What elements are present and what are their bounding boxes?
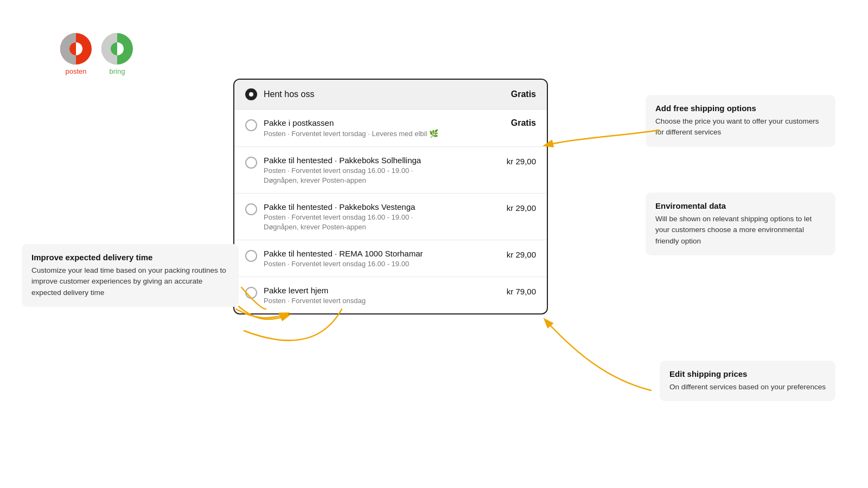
shipping-row[interactable]: Pakke til hentested · REMA 1000 Storhama… [234, 240, 547, 277]
shipping-row[interactable]: Pakke til hentested · Pakkeboks Vestenga… [234, 194, 547, 240]
callout-free-shipping-text: Choose the price you want to offer your … [655, 116, 826, 138]
callout-delivery-time: Improve expected delivery time Customize… [22, 244, 239, 307]
shipping-row[interactable]: Pakke levert hjem Posten · Forventet lev… [234, 277, 547, 313]
shipping-widget: Hent hos oss Gratis Pakke i postkassen P… [233, 79, 548, 314]
eco-icon: 🌿 [429, 129, 438, 138]
row-price: Gratis [511, 118, 536, 128]
callout-delivery-text: Customize your lead time based on your p… [31, 265, 229, 298]
callout-edit-prices: Edit shipping prices On different servic… [660, 361, 835, 401]
row-subtitle: Posten · Forventet levert onsdag 16.00 -… [264, 213, 415, 221]
bring-label: bring [110, 67, 125, 75]
row-content: Pakke i postkassen Posten · Forventet le… [264, 118, 438, 138]
row-price: kr 29,00 [507, 203, 536, 213]
selected-row-title: Hent hos oss [264, 89, 314, 99]
radio-empty-icon [245, 287, 257, 299]
posten-logo: posten [60, 33, 92, 75]
row-content: Pakke til hentested · Pakkeboks Vestenga… [264, 202, 415, 231]
selected-shipping-row[interactable]: Hent hos oss Gratis [234, 80, 547, 110]
row-subtitle: Posten · Forventet levert onsdag 16.00 -… [264, 260, 423, 268]
row-subtitle: Posten · Forventet levert onsdag 16.00 -… [264, 166, 421, 175]
radio-empty-icon [245, 250, 257, 262]
row-title: Pakke til hentested · Pakkeboks Vestenga [264, 202, 415, 211]
bring-logo: bring [101, 33, 133, 75]
radio-selected-icon [245, 88, 257, 100]
callout-edit-prices-text: On different services based on your pref… [669, 382, 826, 393]
row-subtitle-2: Døgnåpen, krever Posten-appen [264, 223, 415, 231]
shipping-row[interactable]: Pakke til hentested · Pakkeboks Solhelli… [234, 147, 547, 194]
callout-delivery-title: Improve expected delivery time [31, 253, 229, 262]
row-title: Pakke til hentested · Pakkeboks Solhelli… [264, 156, 421, 165]
row-subtitle-2: Døgnåpen, krever Posten-appen [264, 176, 421, 184]
callout-edit-prices-title: Edit shipping prices [669, 369, 826, 378]
callout-environmental: Enviromental data Will be shown on relev… [646, 192, 835, 255]
radio-empty-icon [245, 119, 257, 131]
row-content: Pakke til hentested · Pakkeboks Solhelli… [264, 156, 421, 184]
selected-row-price: Gratis [511, 89, 536, 99]
row-price: kr 29,00 [507, 157, 536, 166]
row-price: kr 29,00 [507, 250, 536, 259]
row-title: Pakke i postkassen [264, 118, 438, 127]
posten-label: posten [65, 67, 86, 75]
callout-free-shipping: Add free shipping options Choose the pri… [646, 95, 835, 147]
row-content: Pakke til hentested · REMA 1000 Storhama… [264, 249, 423, 268]
callout-free-shipping-title: Add free shipping options [655, 104, 826, 113]
shipping-row[interactable]: Pakke i postkassen Posten · Forventet le… [234, 110, 547, 147]
radio-empty-icon [245, 157, 257, 169]
row-content: Pakke levert hjem Posten · Forventet lev… [264, 286, 366, 305]
logo-area: posten bring [60, 33, 133, 75]
callout-environmental-text: Will be shown on relevant shipping optio… [655, 214, 826, 247]
row-title: Pakke levert hjem [264, 286, 366, 295]
radio-empty-icon [245, 203, 257, 215]
row-price: kr 79,00 [507, 287, 536, 296]
callout-environmental-title: Enviromental data [655, 201, 826, 210]
row-subtitle: Posten · Forventet levert torsdag · Leve… [264, 129, 438, 138]
row-subtitle: Posten · Forventet levert onsdag [264, 297, 366, 305]
row-title: Pakke til hentested · REMA 1000 Storhama… [264, 249, 423, 258]
